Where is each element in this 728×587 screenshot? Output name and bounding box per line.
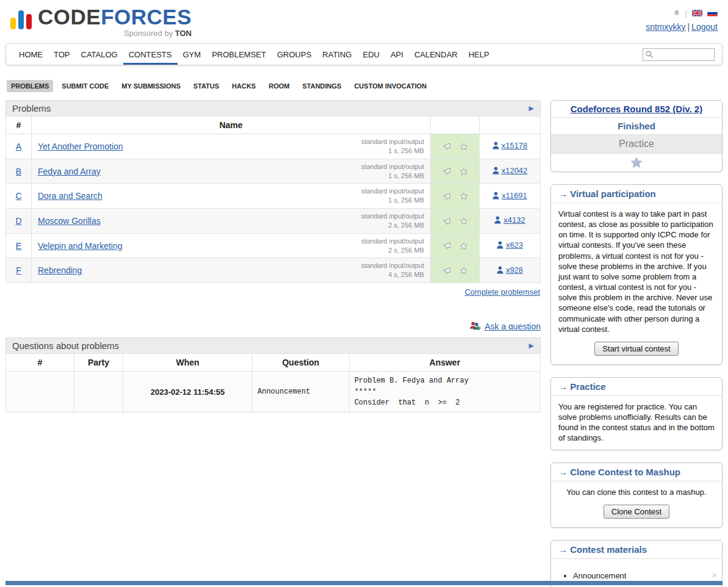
collapse-arrow-icon[interactable]: ▶ — [529, 342, 534, 350]
collapse-arrow-icon[interactable]: ▶ — [529, 104, 534, 112]
answer-line: Consider that n >= 2 — [355, 397, 535, 408]
nav-item[interactable]: API — [385, 44, 409, 65]
problem-index-link[interactable]: A — [16, 142, 21, 151]
close-icon[interactable]: × — [712, 570, 717, 581]
submit-solution-icon[interactable] — [441, 192, 452, 201]
submit-solution-icon[interactable] — [441, 217, 452, 226]
submit-solution-icon[interactable] — [441, 142, 452, 151]
codeforces-logo[interactable]: CODEFORCES Sponsored by TON — [10, 6, 192, 37]
below-problems: Complete problemset — [6, 287, 540, 297]
solved-count-link[interactable]: x4132 — [494, 215, 525, 225]
problem-name-link[interactable]: Velepin and Marketing — [38, 241, 123, 251]
question-text: Announcement — [253, 372, 350, 412]
problem-name-link[interactable]: Yet Another Promotion — [38, 142, 123, 151]
problem-name-link[interactable]: Fedya and Array — [38, 167, 101, 176]
contest-mode: Practice — [551, 135, 722, 154]
solved-count-link[interactable]: x15178 — [492, 141, 528, 150]
questions-col-header: When — [123, 354, 253, 372]
questions-header-row: #PartyWhenQuestionAnswer — [6, 354, 541, 372]
logout-link[interactable]: Logout — [691, 22, 718, 32]
problem-name-link[interactable]: Moscow Gorillas — [38, 216, 101, 226]
subnav-item[interactable]: STATUS — [189, 80, 223, 92]
submit-solution-icon[interactable] — [441, 266, 452, 276]
favorite-star-icon[interactable] — [459, 217, 469, 226]
subnav-item[interactable]: MY SUBMISSIONS — [117, 80, 184, 92]
problem-index-link[interactable]: E — [16, 241, 21, 251]
subnav-item[interactable]: SUBMIT CODE — [57, 80, 113, 92]
favorite-contest-star-icon[interactable] — [630, 156, 643, 169]
question-row: 2023-02-12 11:54:55 Announcement Problem… — [6, 372, 541, 412]
questions-col-header: Answer — [349, 354, 540, 372]
logo-forces: FORCES — [101, 5, 192, 29]
subnav-item[interactable]: HACKS — [228, 80, 260, 92]
col-header-solved — [480, 117, 541, 134]
solved-count-link[interactable]: x12042 — [492, 166, 528, 175]
problem-row: E Velepin and Marketing standard input/o… — [6, 233, 541, 258]
submit-solution-icon[interactable] — [441, 241, 452, 251]
flag-uk-icon[interactable] — [692, 10, 702, 16]
submit-solution-icon[interactable] — [441, 167, 452, 176]
complete-problemset-link[interactable]: Complete problemset — [464, 287, 540, 297]
start-virtual-contest-button[interactable]: Start virtual contest — [594, 342, 678, 356]
sidebar: Codeforces Round 852 (Div. 2) Finished P… — [550, 100, 723, 587]
favorite-star-icon[interactable] — [459, 266, 469, 275]
problem-index-link[interactable]: C — [15, 191, 21, 201]
subnav-item[interactable]: STANDINGS — [298, 80, 345, 92]
solved-count-link[interactable]: x623 — [497, 240, 523, 250]
problem-index-link[interactable]: F — [16, 265, 21, 275]
nav-item[interactable]: TOP — [48, 44, 76, 65]
nav-item[interactable]: RATING — [317, 44, 357, 65]
ask-question-row: Ask a question — [5, 321, 541, 331]
nav-item[interactable]: CALENDAR — [409, 44, 463, 65]
favorite-star-icon[interactable] — [459, 242, 469, 251]
problem-row: A Yet Another Promotion standard input/o… — [6, 134, 541, 159]
solved-count: x15178 — [502, 141, 528, 150]
clone-mashup-text: You can clone this contest to a mashup. — [558, 487, 715, 497]
questions-col-header: Party — [74, 354, 123, 372]
subnav-item[interactable]: ROOM — [264, 80, 294, 92]
nav-item[interactable]: HOME — [13, 44, 48, 65]
solved-count: x928 — [506, 265, 523, 275]
ask-question-link[interactable]: Ask a question — [485, 322, 541, 331]
problem-io: standard input/output — [361, 137, 424, 146]
solved-count-link[interactable]: x11691 — [492, 191, 527, 200]
contest-materials-title: → Contest materials — [551, 541, 722, 559]
problem-row: B Fedya and Array standard input/output … — [6, 159, 541, 184]
clone-contest-button[interactable]: Clone Contest — [604, 505, 669, 519]
nav-item[interactable]: GROUPS — [272, 44, 317, 65]
problem-io: standard input/output — [361, 261, 424, 270]
problem-row: F Rebrending standard input/output 4 s, … — [6, 258, 541, 283]
problem-limits: 2 s, 256 MB — [361, 221, 424, 230]
nav-item[interactable]: HELP — [463, 44, 495, 65]
bell-icon[interactable] — [673, 9, 680, 17]
solved-count-link[interactable]: x928 — [497, 265, 523, 275]
problem-index-link[interactable]: D — [15, 216, 21, 226]
subnav-item[interactable]: CUSTOM INVOCATION — [350, 80, 431, 92]
nav-item[interactable]: PROBLEMSET — [206, 44, 272, 65]
problem-constraints: standard input/output 1 s, 256 MB — [361, 137, 424, 156]
username-link[interactable]: sntmxykky — [646, 22, 685, 32]
subnav-item[interactable]: PROBLEMS — [7, 80, 53, 92]
problem-name-link[interactable]: Dora and Search — [38, 191, 103, 201]
favorite-star-icon[interactable] — [459, 192, 469, 201]
flag-ru-icon[interactable] — [707, 10, 718, 16]
questions-table: #PartyWhenQuestionAnswer 2023-02-12 11:5… — [5, 353, 541, 412]
nav-item[interactable]: CONTESTS — [123, 44, 178, 65]
nav-item[interactable]: CATALOG — [76, 44, 123, 65]
question-party — [74, 372, 123, 412]
questions-caption: Questions about problems ▶ — [5, 337, 541, 353]
favorite-star-icon[interactable] — [459, 142, 469, 151]
contest-title-link[interactable]: Codeforces Round 852 (Div. 2) — [571, 104, 702, 114]
problem-limits: 1 s, 256 MB — [361, 171, 424, 181]
material-link[interactable]: Announcement — [573, 571, 626, 580]
problem-index-link[interactable]: B — [16, 167, 21, 176]
contest-subnav: PROBLEMSSUBMIT CODEMY SUBMISSIONSSTATUSH… — [5, 80, 723, 92]
nav-item[interactable]: EDU — [357, 44, 384, 65]
answer-line: ***** — [355, 386, 535, 397]
favorite-star-icon[interactable] — [459, 167, 469, 176]
problem-name-link[interactable]: Rebrending — [38, 265, 82, 275]
problem-limits: 2 s, 256 MB — [361, 246, 424, 255]
problem-io: standard input/output — [361, 162, 424, 171]
answer-line: Problem B. Fedya and Array — [355, 375, 535, 386]
nav-item[interactable]: GYM — [178, 44, 207, 65]
